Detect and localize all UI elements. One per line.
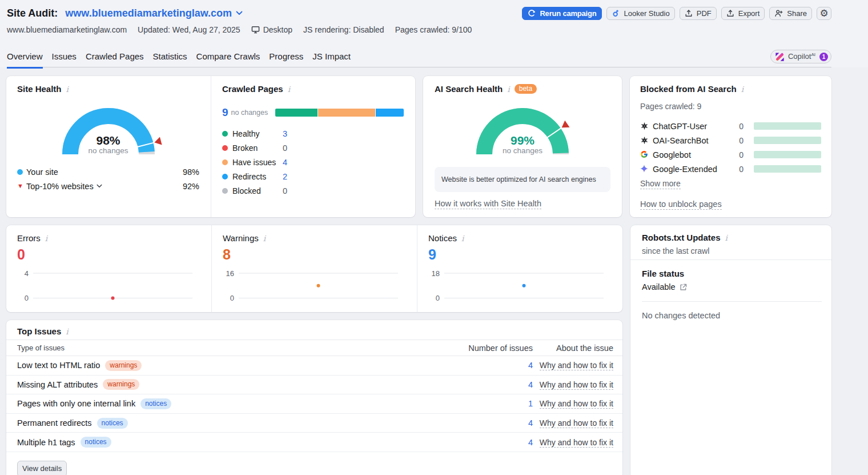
pdf-label: PDF [697, 9, 712, 18]
title-row: Site Audit: www.bluemediamarketinglaw.co… [7, 0, 831, 22]
legend-broken: Broken 0 [222, 141, 404, 155]
tab-js-impact[interactable]: JS Impact [312, 51, 351, 69]
robots-subtitle: since the last crawl [642, 246, 820, 256]
gemini-icon [640, 165, 648, 173]
notices-panel: Notices i 9 180 [417, 225, 622, 312]
crawled-pages-panel: Crawled Pages i 9 no changes Healthy 3 [211, 76, 415, 217]
meta-pages-crawled: Pages crawled: 9/100 [395, 25, 472, 34]
chevron-down-icon [236, 11, 243, 15]
site-health-change: no changes [43, 146, 174, 155]
why-how-to-fix-link[interactable]: Why and how to fix it [540, 438, 613, 448]
svg-text:4: 4 [25, 269, 29, 278]
notices-title: Notices [428, 233, 457, 243]
how-to-unblock-link[interactable]: How to unblock pages [640, 199, 722, 210]
meta-device-label: Desktop [263, 25, 292, 34]
share-button[interactable]: Share [769, 7, 812, 20]
why-how-to-fix-link[interactable]: Why and how to fix it [540, 399, 613, 409]
settings-button[interactable]: ⚙ [817, 7, 831, 20]
issue-count-link[interactable]: 4 [528, 438, 533, 447]
issue-count-link[interactable]: 1 [528, 399, 533, 408]
export-button[interactable]: Export [721, 7, 765, 20]
red-triangle-icon: ▼ [17, 183, 23, 189]
how-it-works-link[interactable]: How it works with Site Health [435, 199, 541, 209]
overview-content: Site Health i 98% no changes Your site 9… [0, 67, 868, 475]
robots-txt-card: Robots.txt Updates i since the last craw… [630, 225, 831, 475]
view-details-button[interactable]: View details [17, 461, 67, 475]
external-link-icon[interactable] [680, 284, 687, 291]
crawled-pages-stacked-bar [275, 109, 404, 117]
legend-healthy: Healthy 3 [222, 126, 404, 141]
stacked-bar-segment [376, 109, 404, 117]
export-label: Export [738, 9, 760, 18]
upload-icon [726, 9, 734, 17]
column-about-the-issue: About the issue [533, 344, 613, 353]
show-more-link[interactable]: Show more [640, 179, 681, 189]
legend-top10-value: 92% [183, 182, 199, 191]
errors-trend-chart: 40 [17, 266, 211, 303]
ai-search-note: Website is better optimized for AI searc… [435, 167, 610, 192]
svg-text:16: 16 [226, 269, 234, 278]
issues-trend-card: Errors i 0 40 Warnings i 8 160 Notices i [6, 225, 622, 312]
top-issues-table: Type of issues Number of issues About th… [6, 340, 622, 452]
warnings-count: 8 [223, 247, 417, 262]
svg-text:0: 0 [25, 294, 29, 302]
info-icon[interactable]: i [461, 234, 464, 242]
why-how-to-fix-link[interactable]: Why and how to fix it [540, 361, 613, 370]
issue-row-multiple-h1: Multiple h1 tags notices 4 Why and how t… [6, 433, 622, 452]
bot-row-googlebot: Googlebot 0 [640, 147, 821, 162]
info-icon[interactable]: i [66, 328, 68, 336]
looker-studio-button[interactable]: Looker Studio [606, 7, 674, 20]
legend-redirects-value[interactable]: 2 [283, 172, 288, 181]
issue-count-link[interactable]: 4 [528, 380, 533, 389]
why-how-to-fix-link[interactable]: Why and how to fix it [540, 418, 613, 428]
tab-overview[interactable]: Overview [7, 51, 43, 69]
legend-top10-websites: ▼ Top-10% websites 92% [17, 179, 199, 193]
tab-issues[interactable]: Issues [52, 51, 77, 69]
issue-label: Permanent redirects [17, 418, 92, 428]
project-domain-dropdown[interactable]: www.bluemediamarketinglaw.com [65, 7, 243, 19]
site-health-gauge: 98% no changes [43, 90, 174, 160]
pdf-button[interactable]: PDF [680, 7, 717, 20]
top-issues-card: Top Issues i Type of issues Number of is… [6, 320, 622, 475]
tab-statistics[interactable]: Statistics [153, 51, 187, 69]
svg-text:18: 18 [432, 269, 440, 278]
rerun-campaign-button[interactable]: Rerun campaign [522, 7, 602, 20]
info-icon[interactable]: i [288, 85, 290, 93]
svg-text:0: 0 [436, 294, 440, 302]
issue-count-link[interactable]: 4 [528, 418, 533, 428]
bot-bar [754, 165, 821, 173]
info-icon[interactable]: i [725, 234, 728, 242]
legend-redirects: Redirects 2 [222, 169, 404, 183]
why-how-to-fix-link[interactable]: Why and how to fix it [540, 380, 613, 390]
issue-label: Pages with only one internal link [17, 399, 135, 408]
legend-top10-label: Top-10% websites [26, 182, 94, 191]
tab-crawled-pages[interactable]: Crawled Pages [86, 51, 144, 69]
gear-icon: ⚙ [819, 9, 828, 18]
copilot-button[interactable]: CopilotAI 1 [770, 50, 831, 63]
legend-have-issues-label: Have issues [232, 158, 278, 167]
bot-blocked-count: 0 [739, 150, 744, 159]
lower-section: Errors i 0 40 Warnings i 8 160 Notices i [6, 225, 831, 475]
orange-dot-icon [222, 159, 228, 165]
bot-label: OAI-SearchBot [653, 136, 739, 145]
view-details-label: View details [22, 464, 62, 473]
blocked-bot-list: ChatGPT-User 0 OAI-SearchBot 0 Googlebot… [640, 119, 821, 176]
file-status-value: Available [642, 282, 676, 292]
site-health-legend: Your site 98% ▼ Top-10% websites 92% [17, 165, 199, 193]
info-icon[interactable]: i [741, 85, 744, 93]
issue-label: Low text to HTML ratio [17, 361, 100, 370]
stacked-bar-segment [275, 109, 318, 117]
issue-row-missing-alt: Missing ALT attributes warnings 4 Why an… [6, 376, 622, 395]
issue-count-link[interactable]: 4 [528, 361, 533, 370]
info-icon[interactable]: i [263, 234, 266, 242]
legend-healthy-value[interactable]: 3 [283, 129, 288, 138]
ai-search-health-score: 99% [457, 134, 588, 146]
issue-label: Multiple h1 tags [17, 438, 75, 447]
audit-meta-row: www.bluemediamarketinglaw.com Updated: W… [7, 25, 831, 34]
legend-top10-dropdown[interactable]: Top-10% websites [26, 182, 102, 191]
tab-compare-crawls[interactable]: Compare Crawls [196, 51, 260, 69]
legend-have-issues-value[interactable]: 4 [283, 158, 288, 167]
tab-progress[interactable]: Progress [269, 51, 303, 69]
bot-row-chatgpt-user: ChatGPT-User 0 [640, 119, 821, 133]
info-icon[interactable]: i [45, 234, 47, 242]
